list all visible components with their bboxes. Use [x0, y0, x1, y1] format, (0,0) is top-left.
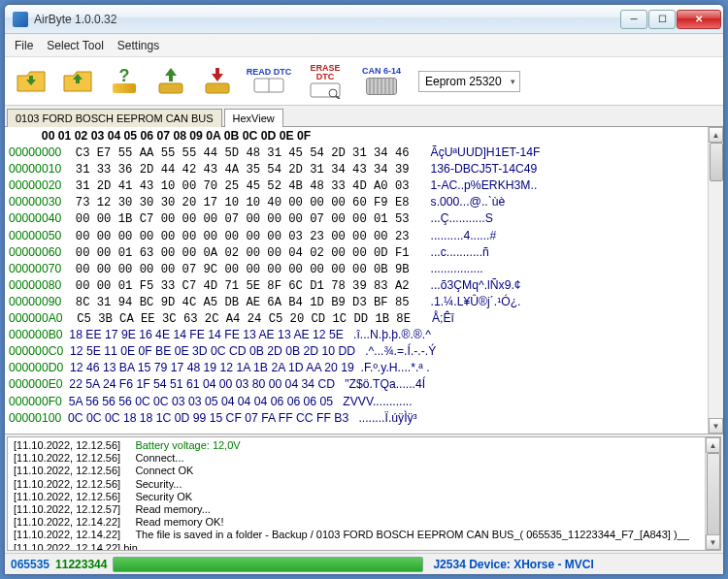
scroll-thumb[interactable]: [707, 453, 720, 540]
app-icon: [13, 12, 28, 27]
hex-scrollbar[interactable]: ▲ ▼: [708, 127, 723, 434]
connector-icon: [366, 78, 397, 95]
status-code2: 11223344: [55, 558, 107, 571]
tabbar: 0103 FORD BOSCH EEPROM CAN BUS HexView: [5, 106, 723, 127]
scroll-up-button[interactable]: ▲: [706, 437, 720, 453]
save-folder-button[interactable]: [57, 61, 98, 102]
svg-rect-2: [159, 83, 182, 93]
erase-dtc-label: ERASE DTC: [301, 64, 349, 81]
menu-file[interactable]: File: [15, 39, 33, 52]
read-dtc-button[interactable]: READ DTC: [244, 61, 294, 102]
folder-up-icon: [14, 64, 49, 99]
progress-bar: [113, 557, 423, 572]
can-614-button[interactable]: CAN 6-14: [356, 61, 407, 102]
tab-hexview[interactable]: HexView: [224, 109, 283, 127]
log-scrollbar[interactable]: ▲ ▼: [705, 437, 720, 550]
log-pane: [11.10.2022, 12.12.56] Battery voltage: …: [7, 436, 721, 551]
status-device: J2534 Device: XHorse - MVCI: [433, 558, 593, 571]
can-614-label: CAN 6-14: [362, 67, 401, 76]
hex-content[interactable]: 00 01 02 03 04 05 06 07 08 09 0A 0B 0C 0…: [5, 127, 708, 434]
open-folder-button[interactable]: [11, 61, 51, 102]
eeprom-combo[interactable]: Eeprom 25320: [418, 71, 520, 92]
folder-down-icon: [60, 64, 95, 99]
app-window: AirByte 1.0.0.32 ─ ☐ ✕ File Select Tool …: [4, 4, 724, 575]
read-dtc-label: READ DTC: [247, 68, 292, 77]
scroll-thumb[interactable]: [710, 143, 723, 181]
eeprom-combo-value: Eeprom 25320: [425, 75, 502, 88]
statusbar: 065535 11223344 J2534 Device: XHorse - M…: [5, 553, 723, 574]
window-controls: ─ ☐ ✕: [620, 10, 721, 29]
erase-dtc-button[interactable]: ERASE DTC: [300, 61, 350, 102]
chip-up-icon: [153, 64, 188, 99]
maximize-button[interactable]: ☐: [648, 10, 676, 29]
chip-upload-button[interactable]: [150, 61, 191, 102]
chip-download-button[interactable]: [197, 61, 238, 102]
book-search-icon: [309, 81, 342, 99]
tab-device[interactable]: 0103 FORD BOSCH EEPROM CAN BUS: [7, 109, 222, 127]
status-code1: 065535: [11, 558, 50, 571]
scroll-up-button[interactable]: ▲: [709, 127, 723, 143]
hex-pane: 00 01 02 03 04 05 06 07 08 09 0A 0B 0C 0…: [5, 127, 723, 434]
svg-text:?: ?: [119, 66, 130, 85]
log-content[interactable]: [11.10.2022, 12.12.56] Battery voltage: …: [8, 437, 705, 550]
window-title: AirByte 1.0.0.32: [34, 13, 620, 26]
toolbar: ? READ DTC ERASE DTC CAN 6-14 Eeprom 253…: [5, 57, 723, 106]
menu-settings[interactable]: Settings: [117, 39, 159, 52]
scroll-down-button[interactable]: ▼: [709, 418, 723, 434]
scroll-down-button[interactable]: ▼: [706, 534, 720, 550]
minimize-button[interactable]: ─: [620, 10, 647, 29]
menu-select-tool[interactable]: Select Tool: [47, 39, 103, 52]
book-icon: [252, 77, 285, 94]
close-button[interactable]: ✕: [677, 10, 721, 29]
chip-down-icon: [200, 64, 235, 99]
chip-question-icon: ?: [107, 64, 142, 99]
svg-rect-3: [206, 83, 229, 93]
menubar: File Select Tool Settings: [5, 34, 723, 57]
titlebar[interactable]: AirByte 1.0.0.32 ─ ☐ ✕: [5, 5, 723, 34]
chip-question-button[interactable]: ?: [104, 61, 145, 102]
